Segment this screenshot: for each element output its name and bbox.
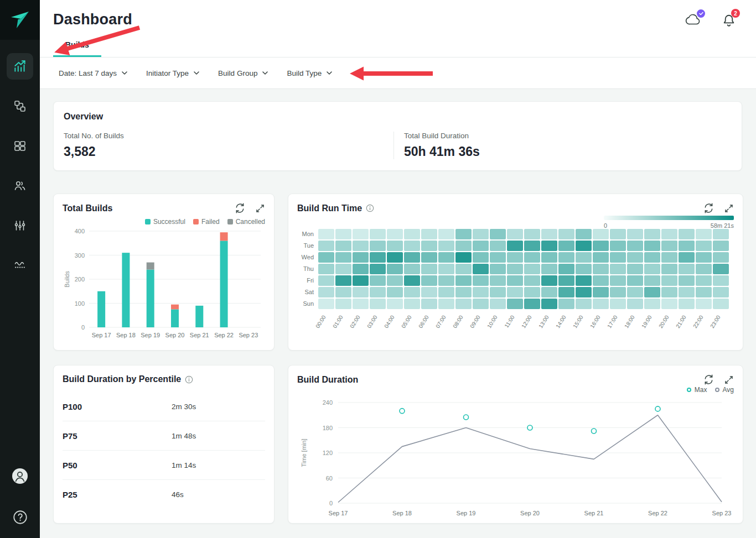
expand-button[interactable] xyxy=(255,203,265,213)
insights-chart-icon xyxy=(13,59,27,74)
svg-text:22:00: 22:00 xyxy=(692,314,705,329)
metric-total-duration: Total Build Duration 50h 41m 36s xyxy=(394,132,480,159)
refresh-icon xyxy=(235,203,245,213)
avg-ring xyxy=(715,388,719,392)
successful-swatch xyxy=(145,219,151,224)
expand-button[interactable] xyxy=(724,375,734,385)
build-duration-card: Build Duration xyxy=(288,365,743,524)
svg-text:0: 0 xyxy=(329,500,333,506)
build-duration-chart: 060120180240Time [min]Sep 17Sep 18Sep 19… xyxy=(297,395,734,520)
legend-label: Failed xyxy=(201,218,220,226)
filter-initiator-type[interactable]: Initiator Type xyxy=(145,66,200,81)
card-title: Total Builds xyxy=(63,203,112,213)
sidebar-item-users[interactable] xyxy=(7,173,33,199)
filter-build-type[interactable]: Build Type xyxy=(286,66,333,81)
svg-text:Sep 23: Sep 23 xyxy=(712,510,732,516)
info-button[interactable] xyxy=(366,204,374,212)
svg-text:20:00: 20:00 xyxy=(657,314,670,329)
total-builds-chart: 0100200300400BuildsSep 17Sep 18Sep 19Sep… xyxy=(63,227,265,341)
expand-button[interactable] xyxy=(724,203,734,213)
svg-text:23:00: 23:00 xyxy=(709,314,722,329)
legend-label: Max xyxy=(695,386,707,394)
cards-grid: Total Builds xyxy=(53,194,742,524)
sidebar-item-secrets[interactable] xyxy=(7,252,33,279)
cloud-status-button[interactable] xyxy=(685,13,702,30)
svg-text:06:00: 06:00 xyxy=(417,314,430,329)
sidebar-bottom xyxy=(12,468,28,527)
svg-text:Sep 20: Sep 20 xyxy=(165,332,185,338)
heatmap-scale: 0 58m 21s xyxy=(297,216,734,229)
percentile-value: 2m 30s xyxy=(172,403,196,411)
info-button[interactable] xyxy=(185,375,193,384)
scale-max-label: 58m 21s xyxy=(711,222,734,229)
percentile-value: 46s xyxy=(172,490,184,499)
filter-build-group[interactable]: Build Group xyxy=(217,66,269,81)
percentile-label: P50 xyxy=(63,461,172,470)
svg-text:10:00: 10:00 xyxy=(486,314,499,329)
metric-value: 50h 41m 36s xyxy=(404,144,480,159)
tab-builds[interactable]: Builds xyxy=(53,40,101,57)
svg-text:Builds: Builds xyxy=(64,271,70,288)
svg-text:02:00: 02:00 xyxy=(349,314,361,329)
svg-text:Time [min]: Time [min] xyxy=(301,439,307,467)
svg-text:400: 400 xyxy=(75,228,85,234)
sidebar-item-pipelines[interactable] xyxy=(7,93,33,119)
metric-total-builds: Total No. of Builds 3,582 xyxy=(64,132,393,159)
chevron-down-icon xyxy=(194,71,199,75)
svg-text:180: 180 xyxy=(323,425,333,431)
svg-text:Sep 17: Sep 17 xyxy=(329,510,348,516)
total-builds-card: Total Builds xyxy=(53,194,275,351)
info-icon xyxy=(366,204,374,212)
table-row: P50 1m 14s xyxy=(63,451,265,480)
avatar-icon xyxy=(12,468,28,484)
svg-text:Sep 21: Sep 21 xyxy=(190,332,209,338)
sidebar-item-apps[interactable] xyxy=(7,133,33,159)
svg-text:04:00: 04:00 xyxy=(383,314,396,329)
svg-text:17:00: 17:00 xyxy=(606,314,619,329)
max-ring xyxy=(687,388,691,392)
filter-build-group-label: Build Group xyxy=(218,69,257,77)
svg-text:03:00: 03:00 xyxy=(366,314,379,329)
svg-text:Sep 17: Sep 17 xyxy=(92,332,111,338)
svg-text:Sep 22: Sep 22 xyxy=(648,510,667,516)
legend-successful: Successful xyxy=(145,218,185,226)
filter-build-type-label: Build Type xyxy=(287,69,322,77)
svg-text:Sep 18: Sep 18 xyxy=(392,510,412,516)
svg-text:Mon: Mon xyxy=(302,231,314,237)
cancelled-swatch xyxy=(227,219,233,224)
notifications-button[interactable]: 2 xyxy=(722,13,736,30)
filter-initiator-label: Initiator Type xyxy=(146,69,189,77)
svg-text:14:00: 14:00 xyxy=(555,314,567,329)
percentile-table: P100 2m 30s P75 1m 48s P50 1m 14s P25 xyxy=(63,392,265,509)
chevron-down-icon xyxy=(122,71,127,75)
svg-text:Thu: Thu xyxy=(303,265,314,272)
info-icon xyxy=(185,375,193,384)
percentile-label: P25 xyxy=(63,490,172,499)
refresh-button[interactable] xyxy=(235,203,245,213)
table-row: P75 1m 48s xyxy=(63,421,265,451)
svg-text:11:00: 11:00 xyxy=(503,314,515,329)
svg-text:09:00: 09:00 xyxy=(469,314,481,329)
filter-date[interactable]: Date: Last 7 days xyxy=(58,66,128,81)
sidebar-item-settings[interactable] xyxy=(7,212,33,239)
tabs-row: Builds xyxy=(40,32,756,58)
svg-text:Sun: Sun xyxy=(303,300,314,307)
metric-label: Total No. of Builds xyxy=(64,132,393,140)
app-logo[interactable] xyxy=(0,0,40,40)
profile-avatar[interactable] xyxy=(12,468,28,487)
sidebar xyxy=(0,0,40,538)
help-button[interactable] xyxy=(13,510,28,527)
svg-text:0: 0 xyxy=(81,324,85,331)
svg-text:60: 60 xyxy=(326,475,333,482)
svg-text:Tue: Tue xyxy=(303,242,314,249)
refresh-button[interactable] xyxy=(703,203,714,213)
metric-value: 3,582 xyxy=(64,144,393,159)
topbar: Dashboard xyxy=(40,0,756,32)
filter-bar: Date: Last 7 days Initiator Type Build G… xyxy=(40,58,756,89)
refresh-button[interactable] xyxy=(703,374,714,385)
users-icon xyxy=(13,179,27,192)
sidebar-item-insights[interactable] xyxy=(7,53,33,80)
refresh-icon xyxy=(703,374,714,385)
app-root: Dashboard xyxy=(0,0,756,538)
card-title: Build Run Time xyxy=(297,203,362,213)
